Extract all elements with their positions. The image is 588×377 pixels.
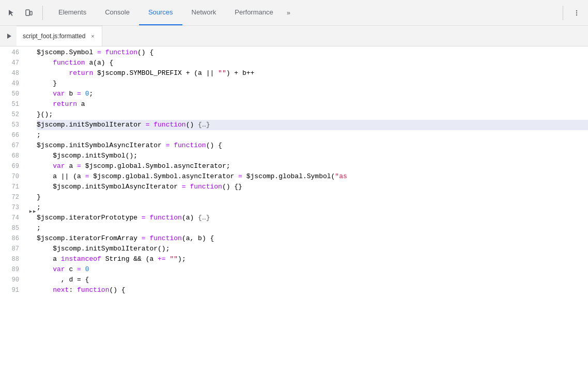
line-number: 91 [0,285,23,295]
code-line: } [37,78,588,89]
code-line: }(); [37,109,588,120]
device-icon[interactable] [22,6,36,20]
code-line: var a = $jscomp.global.Symbol.asyncItera… [37,161,588,171]
code-line: var c = 0 [37,264,588,275]
code-line: $jscomp.initSymbol(); [37,151,588,161]
line-number: 50 [0,89,23,99]
code-line: $jscomp.initSymbolIterator(); [37,244,588,254]
line-number: 88 [0,254,23,264]
tab-sources[interactable]: Sources [139,0,182,25]
line-number: 87 [0,244,23,254]
line-number: 74 [0,213,23,223]
line-number: 52 [0,109,23,120]
line-numbers: 4647484950515253666768697071727374858687… [0,46,28,377]
tab-console[interactable]: Console [96,0,139,25]
line-number: 67 [0,140,23,151]
line-number: 70 [0,171,23,182]
code-line: $jscomp.Symbol = function() { [37,48,588,58]
line-number: 71 [0,182,23,192]
line-number: 48 [0,68,23,78]
line-number: 72 [0,192,23,202]
code-line: } [37,192,588,202]
code-line: a instanceof String && (a += ""); [37,254,588,264]
code-line: $jscomp.initSymbolIterator = function() … [37,120,588,130]
code-line: ; [37,202,588,213]
settings-icon[interactable] [569,6,584,20]
tab-network[interactable]: Network [182,0,226,25]
svg-point-2 [576,10,577,11]
line-arrows: ▶▶ [28,46,37,377]
file-tab-script[interactable]: script_foot.js:formatted × [17,26,102,46]
file-tabbar: script_foot.js:formatted × [0,26,588,46]
code-line: return $jscomp.SYMBOL_PREFIX + (a || "")… [37,68,588,78]
tab-list: Elements Console Sources Network Perform… [49,0,559,25]
line-number: 69 [0,161,23,171]
line-number: 86 [0,233,23,244]
code-line: var b = 0; [37,89,588,99]
file-tab-close[interactable]: × [88,32,97,40]
line-number: 49 [0,78,23,89]
code-line: $jscomp.initSymbolAsyncIterator = functi… [37,182,588,192]
tab-more-button[interactable]: » [283,9,295,17]
code-line: function a(a) { [37,58,588,68]
devtools-toolbar: Elements Console Sources Network Perform… [0,0,588,26]
line-number: 46 [0,48,23,58]
code-line: next: function() { [37,285,588,295]
svg-rect-1 [30,11,32,15]
tab-elements[interactable]: Elements [49,0,96,25]
code-area: 4647484950515253666768697071727374858687… [0,46,588,377]
code-line: $jscomp.iteratorPrototype = function(a) … [37,213,588,223]
svg-point-3 [576,12,577,13]
line-number: 68 [0,151,23,161]
code-line: , d = { [37,275,588,285]
line-number: 66 [0,130,23,140]
tab-performance[interactable]: Performance [225,0,282,25]
code-line: return a [37,99,588,109]
code-line: $jscomp.initSymbolAsyncIterator = functi… [37,140,588,151]
cursor-icon[interactable] [4,6,19,20]
line-number: 73 [0,202,23,213]
svg-rect-0 [26,10,29,15]
line-number: 51 [0,99,23,109]
code-line: $jscomp.iteratorFromArray = function(a, … [37,233,588,244]
svg-point-4 [576,14,577,15]
line-number: 85 [0,223,23,233]
code-line: ; [37,130,588,140]
toolbar-end [559,6,584,20]
toolbar-icons [4,6,43,20]
code-line: a || (a = $jscomp.global.Symbol.asyncIte… [37,171,588,182]
line-number: 53 [0,120,23,130]
line-number: 89 [0,264,23,275]
file-tab-name: script_foot.js:formatted [23,33,85,40]
svg-marker-5 [7,34,11,39]
code-content[interactable]: $jscomp.Symbol = function() { function a… [37,46,588,377]
file-nav-icon[interactable] [2,29,17,43]
line-number: 47 [0,58,23,68]
line-number: 90 [0,275,23,285]
code-line: ; [37,223,588,233]
